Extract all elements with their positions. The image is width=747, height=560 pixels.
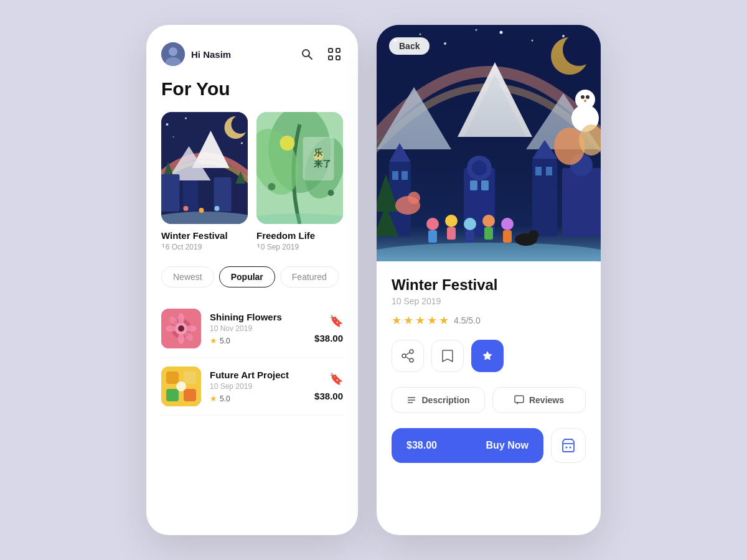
svg-rect-84 (546, 167, 552, 175)
back-button[interactable]: Back (389, 37, 430, 55)
detail-rating: ★ ★ ★ ★ ★ 4.5/5.0 (392, 314, 586, 327)
svg-point-19 (166, 123, 169, 126)
svg-point-113 (410, 358, 413, 362)
tab-popular[interactable]: Popular (219, 266, 275, 287)
future-title: Future Art Project (210, 370, 306, 380)
list-item-future[interactable]: Future Art Project 10 Sep 2019 ★ 5.0 🔖 $… (161, 358, 343, 416)
card-freedom-image: 乐 来了 (256, 112, 343, 224)
shining-date: 10 Nov 2019 (210, 324, 306, 333)
section-title: For You (146, 76, 358, 112)
svg-point-36 (256, 213, 343, 224)
svg-rect-51 (184, 371, 196, 384)
svg-rect-102 (466, 230, 474, 243)
future-info: Future Art Project 10 Sep 2019 ★ 5.0 (210, 370, 306, 403)
card-winter-festival[interactable]: Winter Festival 16 Oct 2019 (161, 112, 248, 251)
svg-point-31 (280, 136, 295, 151)
star-icon: ★ (210, 336, 217, 345)
svg-point-97 (426, 218, 439, 230)
stars-row: ★ ★ ★ ★ ★ (392, 314, 449, 327)
shining-title: Shining Flowers (210, 312, 306, 322)
avatar (161, 42, 185, 66)
svg-point-121 (566, 447, 568, 449)
svg-rect-8 (336, 56, 340, 60)
share-button[interactable] (392, 340, 424, 372)
tab-featured[interactable]: Featured (280, 266, 339, 287)
list-items: Shining Flowers 10 Nov 2019 ★ 5.0 🔖 $38.… (146, 300, 358, 416)
thumb-shining (161, 309, 201, 348)
greeting-text: Hi Nasim (191, 49, 231, 60)
card-winter-title: Winter Festival (161, 230, 248, 241)
card-winter-image (161, 112, 248, 224)
svg-rect-14 (161, 174, 180, 212)
svg-point-46 (186, 325, 197, 332)
svg-point-112 (402, 354, 406, 358)
list-item-shining[interactable]: Shining Flowers 10 Nov 2019 ★ 5.0 🔖 $38.… (161, 300, 343, 358)
search-button[interactable] (298, 45, 316, 63)
svg-rect-6 (336, 49, 340, 52)
svg-rect-104 (484, 227, 493, 240)
svg-rect-74 (392, 171, 398, 180)
bookmark-icon-future[interactable]: 🔖 (329, 372, 343, 386)
svg-point-78 (472, 161, 487, 175)
svg-text:来了: 来了 (313, 159, 331, 169)
buy-button[interactable]: $38.00 Buy Now (392, 428, 543, 463)
svg-point-24 (184, 206, 189, 211)
star-1: ★ (392, 314, 402, 327)
svg-point-90 (586, 95, 590, 99)
buy-label: Buy Now (486, 440, 529, 451)
header-icons (298, 45, 343, 63)
thumb-future (161, 366, 201, 406)
svg-point-108 (529, 230, 538, 240)
scan-button[interactable] (326, 45, 343, 63)
svg-point-110 (408, 192, 420, 204)
future-price: $38.00 (314, 391, 343, 401)
card-freedom-title: Freedom Life (256, 230, 343, 241)
star-2: ★ (403, 314, 413, 327)
svg-point-89 (581, 95, 585, 99)
svg-rect-75 (402, 171, 408, 180)
favorite-button[interactable] (471, 340, 504, 372)
tab-newest[interactable]: Newest (161, 266, 214, 287)
detail-date: 10 Sep 2019 (392, 296, 586, 306)
shining-info: Shining Flowers 10 Nov 2019 ★ 5.0 (210, 312, 306, 345)
left-header: Hi Nasim (146, 25, 358, 76)
svg-line-114 (406, 353, 410, 355)
tab-description[interactable]: Description (392, 387, 485, 413)
svg-rect-5 (329, 49, 332, 52)
future-rating-value: 5.0 (220, 394, 230, 403)
svg-rect-7 (329, 56, 332, 60)
svg-rect-98 (428, 230, 437, 243)
star-3: ★ (415, 314, 425, 327)
description-label: Description (421, 395, 469, 405)
svg-point-38 (328, 190, 334, 196)
cards-row: Winter Festival 16 Oct 2019 乐 (146, 112, 358, 251)
star-5-half: ★ (439, 314, 449, 327)
shining-price: $38.00 (314, 333, 343, 343)
shining-right: 🔖 $38.00 (314, 314, 343, 343)
svg-point-44 (178, 333, 184, 344)
buy-row: $38.00 Buy Now (392, 428, 586, 463)
svg-point-94 (377, 243, 601, 261)
svg-point-42 (178, 325, 184, 332)
svg-rect-52 (166, 389, 179, 401)
bookmark-icon-shining[interactable]: 🔖 (329, 314, 343, 328)
star-icon-2: ★ (210, 394, 217, 403)
svg-rect-50 (166, 371, 179, 384)
rating-text: 4.5/5.0 (454, 315, 481, 325)
detail-hero: Back (377, 25, 601, 261)
card-winter-date: 16 Oct 2019 (161, 243, 248, 251)
svg-rect-79 (470, 180, 477, 190)
svg-point-23 (161, 212, 248, 224)
future-rating: ★ 5.0 (210, 394, 306, 403)
svg-point-45 (166, 325, 177, 332)
card-freedom-life[interactable]: 乐 来了 Freedom Life 10 Sep 2019 (256, 112, 343, 251)
svg-point-37 (268, 183, 276, 190)
svg-point-111 (410, 350, 413, 353)
svg-line-4 (309, 56, 312, 60)
svg-line-115 (406, 357, 410, 360)
bookmark-button[interactable] (431, 340, 464, 372)
cart-button[interactable] (551, 428, 586, 463)
tab-reviews[interactable]: Reviews (492, 387, 586, 413)
svg-rect-106 (503, 230, 512, 243)
svg-point-103 (482, 215, 495, 227)
